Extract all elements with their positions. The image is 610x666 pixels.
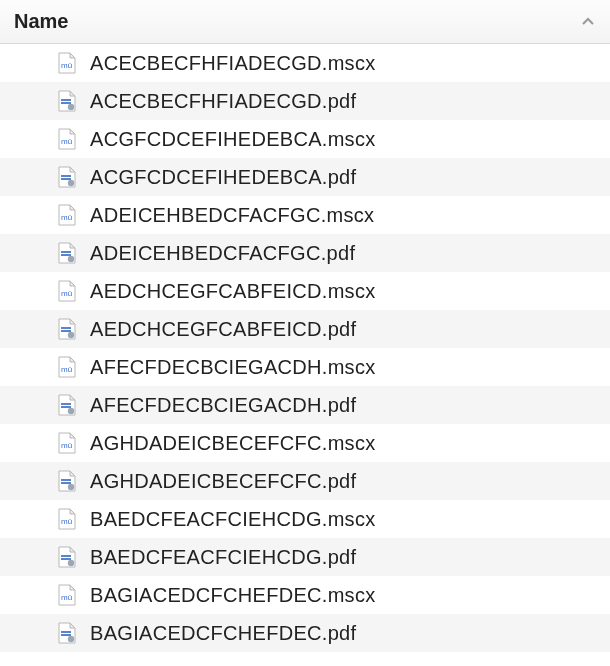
pdf-file-icon (58, 318, 76, 340)
svg-rect-10 (61, 254, 71, 256)
file-row[interactable]: ACGFCDCEFIHEDEBCA.pdf (0, 158, 610, 196)
svg-point-23 (68, 484, 74, 490)
musescore-file-icon: mû (58, 356, 76, 378)
svg-rect-9 (61, 251, 71, 253)
file-row[interactable]: mû BAEDCFEACFCIEHCDG.mscx (0, 500, 610, 538)
file-row[interactable]: AEDCHCEGFCABFEICD.pdf (0, 310, 610, 348)
file-row[interactable]: mû AGHDADEICBECEFCFC.mscx (0, 424, 610, 462)
file-name: ACECBECFHFIADECGD.pdf (90, 90, 356, 113)
pdf-file-icon (58, 242, 76, 264)
sort-ascending-icon (580, 14, 596, 30)
svg-rect-2 (61, 102, 71, 104)
svg-point-19 (68, 408, 74, 414)
svg-rect-6 (61, 178, 71, 180)
pdf-file-icon (58, 470, 76, 492)
svg-rect-25 (61, 555, 71, 557)
musescore-file-icon: mû (58, 204, 76, 226)
file-name: ACGFCDCEFIHEDEBCA.mscx (90, 128, 376, 151)
svg-point-31 (68, 636, 74, 642)
file-name: BAEDCFEACFCIEHCDG.pdf (90, 546, 356, 569)
file-row[interactable]: mû AEDCHCEGFCABFEICD.mscx (0, 272, 610, 310)
musescore-file-icon: mû (58, 432, 76, 454)
svg-rect-14 (61, 330, 71, 332)
musescore-file-icon: mû (58, 584, 76, 606)
svg-rect-18 (61, 406, 71, 408)
pdf-file-icon (58, 166, 76, 188)
musescore-file-icon: mû (58, 128, 76, 150)
svg-text:mû: mû (61, 213, 72, 222)
column-header[interactable]: Name (0, 0, 610, 44)
column-header-label: Name (14, 10, 68, 33)
file-name: AEDCHCEGFCABFEICD.mscx (90, 280, 376, 303)
svg-point-3 (68, 104, 74, 110)
file-name: ACECBECFHFIADECGD.mscx (90, 52, 376, 75)
svg-text:mû: mû (61, 441, 72, 450)
file-name: ADEICEHBEDCFACFGC.pdf (90, 242, 355, 265)
svg-text:mû: mû (61, 137, 72, 146)
svg-rect-13 (61, 327, 71, 329)
svg-text:mû: mû (61, 61, 72, 70)
file-list: mû ACECBECFHFIADECGD.mscx ACECBECFHFIADE… (0, 44, 610, 652)
file-row[interactable]: mû ACECBECFHFIADECGD.mscx (0, 44, 610, 82)
file-row[interactable]: AGHDADEICBECEFCFC.pdf (0, 462, 610, 500)
file-name: AFECFDECBCIEGACDH.pdf (90, 394, 356, 417)
svg-text:mû: mû (61, 365, 72, 374)
svg-rect-1 (61, 99, 71, 101)
pdf-file-icon (58, 622, 76, 644)
file-name: ADEICEHBEDCFACFGC.mscx (90, 204, 374, 227)
file-row[interactable]: mû AFECFDECBCIEGACDH.mscx (0, 348, 610, 386)
file-name: AFECFDECBCIEGACDH.mscx (90, 356, 376, 379)
svg-rect-29 (61, 631, 71, 633)
musescore-file-icon: mû (58, 52, 76, 74)
musescore-file-icon: mû (58, 508, 76, 530)
file-name: BAGIACEDCFCHEFDEC.pdf (90, 622, 356, 645)
file-name: BAEDCFEACFCIEHCDG.mscx (90, 508, 376, 531)
svg-rect-30 (61, 634, 71, 636)
file-row[interactable]: mû BAGIACEDCFCHEFDEC.mscx (0, 576, 610, 614)
svg-point-11 (68, 256, 74, 262)
pdf-file-icon (58, 90, 76, 112)
file-row[interactable]: BAGIACEDCFCHEFDEC.pdf (0, 614, 610, 652)
file-row[interactable]: BAEDCFEACFCIEHCDG.pdf (0, 538, 610, 576)
pdf-file-icon (58, 546, 76, 568)
file-row[interactable]: ACECBECFHFIADECGD.pdf (0, 82, 610, 120)
file-row[interactable]: mû ACGFCDCEFIHEDEBCA.mscx (0, 120, 610, 158)
svg-rect-17 (61, 403, 71, 405)
svg-point-7 (68, 180, 74, 186)
svg-text:mû: mû (61, 517, 72, 526)
svg-text:mû: mû (61, 593, 72, 602)
svg-text:mû: mû (61, 289, 72, 298)
file-name: AGHDADEICBECEFCFC.mscx (90, 432, 376, 455)
file-name: AGHDADEICBECEFCFC.pdf (90, 470, 356, 493)
svg-point-27 (68, 560, 74, 566)
svg-rect-26 (61, 558, 71, 560)
svg-point-15 (68, 332, 74, 338)
file-name: AEDCHCEGFCABFEICD.pdf (90, 318, 356, 341)
svg-rect-22 (61, 482, 71, 484)
file-name: BAGIACEDCFCHEFDEC.mscx (90, 584, 376, 607)
file-row[interactable]: mû ADEICEHBEDCFACFGC.mscx (0, 196, 610, 234)
musescore-file-icon: mû (58, 280, 76, 302)
pdf-file-icon (58, 394, 76, 416)
file-name: ACGFCDCEFIHEDEBCA.pdf (90, 166, 356, 189)
file-row[interactable]: ADEICEHBEDCFACFGC.pdf (0, 234, 610, 272)
file-row[interactable]: AFECFDECBCIEGACDH.pdf (0, 386, 610, 424)
svg-rect-21 (61, 479, 71, 481)
svg-rect-5 (61, 175, 71, 177)
